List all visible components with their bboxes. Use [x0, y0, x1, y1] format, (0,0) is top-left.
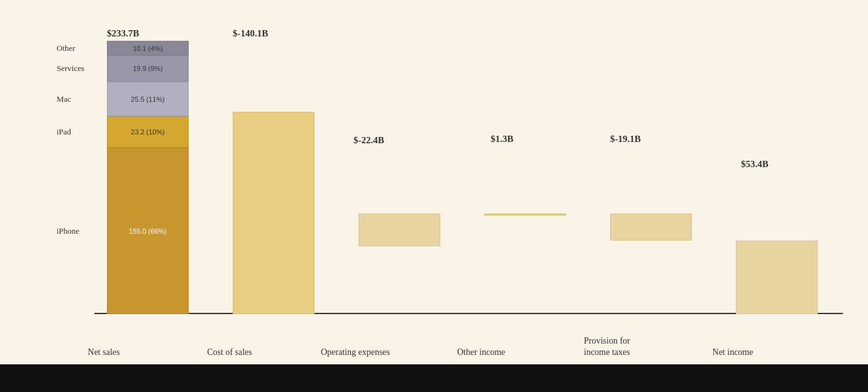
- baseline: [94, 313, 843, 314]
- x-label-provision_taxes: Provision forincome taxes: [563, 335, 651, 358]
- bar-segment-net_sales-3: 19.9 (9%): [107, 55, 189, 82]
- y-label-services: Services: [57, 63, 84, 74]
- bar-operating_expenses: [359, 214, 440, 246]
- y-label-other: Other: [57, 43, 75, 53]
- bar-segment-net_sales-2: 25.5 (11%): [107, 82, 189, 116]
- bar-provision_taxes: [610, 214, 692, 241]
- segment-label-net_sales-3: 19.9 (9%): [108, 65, 188, 72]
- value-label-net_income: $53.4B: [741, 159, 769, 170]
- bar-segment-net_sales-1: 23.2 (10%): [107, 116, 189, 148]
- value-label-provision_taxes: $-19.1B: [610, 134, 641, 144]
- bar-other_income: [484, 214, 566, 215]
- x-label-net_income: Net income: [689, 347, 777, 358]
- x-label-other_income: Other income: [437, 347, 525, 358]
- bar-segment-net_sales-0: 155.0 (66%): [107, 148, 189, 314]
- bar-cost_of_sales: [233, 112, 314, 314]
- segment-label-net_sales-1: 23.2 (10%): [108, 128, 188, 136]
- y-label-ipad: iPad: [57, 127, 71, 137]
- segment-label-net_sales-0: 155.0 (66%): [108, 227, 188, 235]
- value-label-other_income: $1.3B: [491, 134, 513, 144]
- segment-label-net_sales-4: 10.1 (4%): [108, 45, 188, 52]
- y-label-mac: Mac: [57, 94, 71, 104]
- value-label-net_sales: $233.7B: [107, 28, 139, 39]
- bar-segment-net_sales-4: 10.1 (4%): [107, 41, 189, 55]
- x-label-operating_expenses: Operating expenses: [311, 347, 399, 358]
- bar-net_income: [736, 241, 818, 314]
- chart-area: 155.0 (66%)23.2 (10%)25.5 (11%)19.9 (9%)…: [25, 13, 843, 314]
- x-label-cost_of_sales: Cost of sales: [186, 347, 274, 358]
- segment-label-net_sales-2: 25.5 (11%): [108, 95, 188, 103]
- x-label-net_sales: Net sales: [60, 347, 148, 358]
- value-label-cost_of_sales: $-140.1B: [233, 28, 268, 39]
- y-label-iphone: iPhone: [57, 226, 79, 236]
- bottom-black-bar: [0, 364, 868, 392]
- chart-container: 155.0 (66%)23.2 (10%)25.5 (11%)19.9 (9%)…: [0, 0, 868, 364]
- value-label-operating_expenses: $-22.4B: [353, 135, 384, 146]
